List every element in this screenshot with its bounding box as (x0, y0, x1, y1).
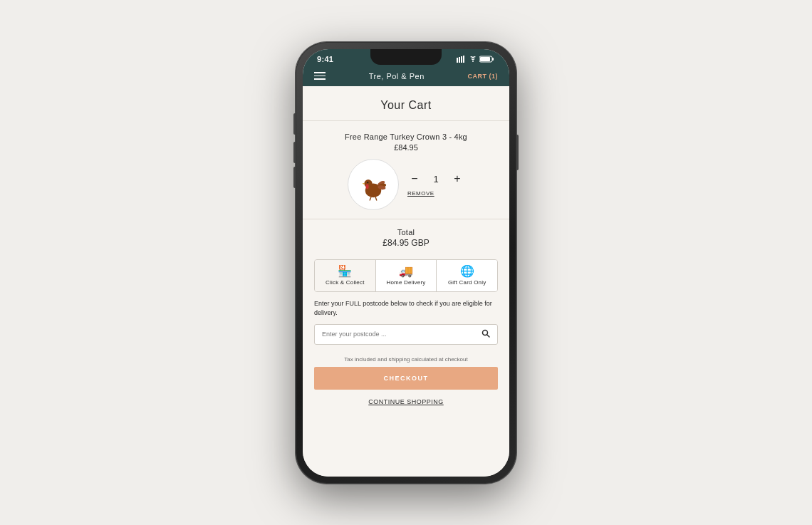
click-collect-option[interactable]: 🏪 Click & Collect (315, 260, 376, 291)
product-name: Free Range Turkey Crown 3 - 4kg (345, 132, 467, 141)
postcode-section: Enter your FULL postcode below to check … (303, 292, 509, 350)
cart-content: Your Cart Free Range Turkey Crown 3 - 4k… (303, 86, 509, 477)
total-section: Total £84.95 GBP (303, 219, 509, 254)
product-row: Free Range Turkey Crown 3 - 4kg £84.95 (303, 130, 509, 219)
status-time: 9:41 (317, 55, 333, 63)
store-name: Tre, Pol & Pen (369, 72, 425, 80)
checkout-button[interactable]: CHECKOUT (314, 367, 498, 390)
svg-rect-7 (480, 57, 490, 61)
product-with-image: − 1 + REMOVE (314, 159, 498, 210)
svg-rect-1 (459, 57, 460, 63)
product-image (348, 159, 399, 210)
delivery-options: 🏪 Click & Collect 🚚 Home Delivery 🌐 Gift… (314, 259, 498, 292)
turkey-icon (353, 165, 393, 204)
svg-point-18 (483, 330, 488, 335)
svg-marker-14 (363, 182, 365, 184)
svg-line-17 (375, 196, 377, 200)
notch (370, 49, 442, 65)
click-collect-label: Click & Collect (326, 279, 365, 286)
phone-screen: 9:41 (303, 49, 509, 477)
gift-card-icon: 🌐 (460, 266, 474, 277)
search-icon[interactable] (482, 329, 490, 340)
click-collect-icon: 🏪 (338, 266, 352, 277)
home-delivery-label: Home Delivery (386, 279, 425, 286)
status-icons (457, 56, 495, 63)
total-label: Total (314, 228, 498, 236)
svg-rect-6 (492, 58, 494, 61)
svg-rect-3 (463, 56, 464, 63)
quantity-row: − 1 + (407, 172, 464, 186)
svg-rect-2 (461, 56, 462, 63)
quantity-value: 1 (432, 174, 440, 184)
home-delivery-option[interactable]: 🚚 Home Delivery (376, 260, 437, 291)
svg-line-19 (487, 335, 489, 337)
postcode-input[interactable] (322, 331, 477, 338)
svg-point-13 (366, 184, 369, 189)
divider-top (303, 120, 509, 121)
product-price: £84.95 (394, 143, 418, 152)
gift-card-option[interactable]: 🌐 Gift Card Only (437, 260, 497, 291)
phone-shell: 9:41 (296, 42, 516, 484)
remove-button[interactable]: REMOVE (407, 190, 464, 197)
home-delivery-icon: 🚚 (399, 266, 413, 277)
svg-point-15 (367, 182, 368, 183)
total-amount: £84.95 GBP (314, 238, 498, 248)
gift-card-label: Gift Card Only (448, 279, 486, 286)
svg-point-4 (472, 61, 474, 62)
hamburger-menu[interactable] (314, 72, 326, 80)
page-title: Your Cart (303, 86, 509, 120)
nav-bar: Tre, Pol & Pen CART (1) (303, 68, 509, 86)
cart-button[interactable]: CART (1) (468, 73, 499, 80)
svg-line-16 (370, 196, 371, 200)
postcode-input-row (314, 324, 498, 345)
decrease-qty-button[interactable]: − (407, 172, 422, 186)
postcode-info: Enter your FULL postcode below to check … (314, 299, 498, 318)
continue-shopping-link[interactable]: CONTINUE SHOPPING (303, 395, 509, 408)
increase-qty-button[interactable]: + (450, 172, 464, 186)
tax-text: Tax included and shipping calculated at … (303, 350, 509, 367)
svg-rect-0 (457, 58, 458, 63)
product-controls: − 1 + REMOVE (407, 172, 464, 197)
